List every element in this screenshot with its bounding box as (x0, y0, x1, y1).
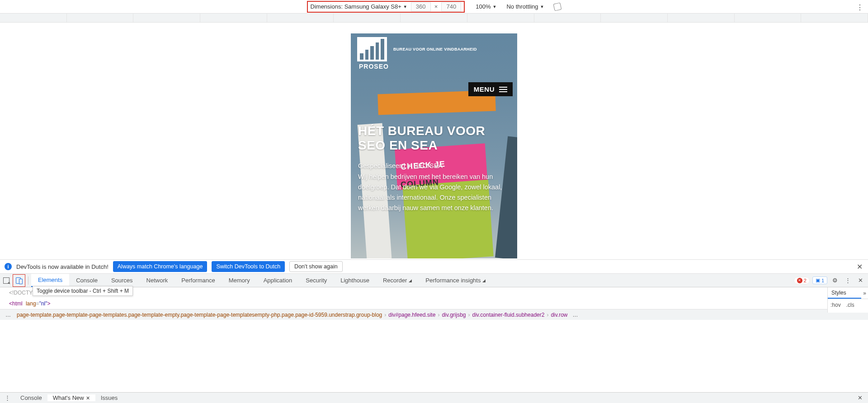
crumb-sub[interactable]: div.container-fluid.subheader2 (470, 312, 547, 318)
site-logo[interactable]: BUREAU VOOR ONLINE VINDBAARHEID (357, 37, 477, 61)
source-line-html[interactable]: <html lang="nl"> (0, 298, 868, 309)
dimensions-highlight: Dimensions: Samsung Galaxy S8+▼ × (307, 1, 465, 13)
close-devtools-icon[interactable]: ✕ (856, 277, 865, 284)
tab-perf-insights[interactable]: Performance insights◢ (419, 274, 492, 287)
logo-icon (357, 37, 387, 61)
device-toolbar: Dimensions: Samsung Galaxy S8+▼ × 100%▼ … (0, 0, 868, 14)
messages-badge[interactable]: ▣ 1 (812, 276, 827, 284)
dimension-separator: × (434, 3, 438, 10)
dimensions-dropdown[interactable]: Dimensions: Samsung Galaxy S8+▼ (311, 3, 407, 10)
tab-memory[interactable]: Memory (222, 274, 257, 287)
drawer-more-icon[interactable]: ⋮ (0, 394, 15, 401)
tab-sources[interactable]: Sources (104, 274, 140, 287)
drawer-tabbar: ⋮ Console What's New✕ Issues ✕ (0, 392, 868, 403)
rotate-icon[interactable] (553, 2, 562, 11)
settings-icon[interactable]: ⚙ (830, 277, 840, 284)
drawer-close-icon[interactable]: ✕ (858, 394, 863, 401)
crumb-grijs[interactable]: div.grijsbg (439, 312, 468, 318)
devtools-tabbar: Elements Console Sources Network Perform… (0, 274, 868, 287)
toggle-device-tooltip: Toggle device toolbar - Ctrl + Shift + M (33, 286, 133, 296)
hero-p3: nationaal als internationaal. Onze speci… (358, 192, 510, 213)
language-notice: i DevTools is now available in Dutch! Al… (0, 259, 868, 274)
site-brand: PROSEO (359, 63, 389, 70)
styles-tab[interactable]: Styles (828, 287, 861, 299)
dom-breadcrumb[interactable]: … page-template.page-template-page-templ… (0, 309, 868, 320)
ruler (0, 14, 868, 23)
toggle-device-button[interactable] (13, 274, 25, 287)
hero-p2: Wij helpen bedrijven met het bereiken va… (358, 172, 510, 192)
zoom-dropdown[interactable]: 100%▼ (476, 3, 496, 10)
styles-more-icon[interactable]: » (861, 290, 868, 296)
tab-performance[interactable]: Performance (175, 274, 222, 287)
notice-text: DevTools is now available in Dutch! (16, 263, 108, 270)
breadcrumb-overflow[interactable]: … (5, 312, 11, 318)
switch-dutch-button[interactable]: Switch DevTools to Dutch (212, 261, 285, 272)
tab-security[interactable]: Security (299, 274, 334, 287)
inspect-icon (3, 277, 9, 284)
device-toolbar-more-icon[interactable]: ⋮ (856, 3, 863, 12)
notice-close-icon[interactable]: ✕ (857, 262, 863, 271)
drawer-tab-whatsnew[interactable]: What's New✕ (47, 394, 95, 401)
tab-elements[interactable]: Elements (31, 274, 69, 287)
tab-console[interactable]: Console (69, 274, 104, 287)
experiment-icon: ◢ (482, 278, 486, 283)
device-frame: CHECK JE COLUMN BUREAU VOOR ONLINE VINDB… (351, 33, 517, 258)
crumb-row[interactable]: div.row (548, 312, 570, 318)
crumb-page[interactable]: div#page.hfeed.site (386, 312, 438, 318)
cls-toggle[interactable]: .cls (844, 302, 857, 308)
menu-button[interactable]: MENU (468, 82, 513, 96)
menu-label: MENU (474, 85, 495, 93)
device-icon (16, 277, 22, 284)
tab-recorder[interactable]: Recorder◢ (376, 274, 419, 287)
width-input[interactable] (411, 2, 431, 11)
info-icon: i (5, 263, 12, 270)
site-tagline: BUREAU VOOR ONLINE VINDBAARHEID (393, 47, 477, 52)
errors-badge[interactable]: ✕2 (794, 277, 810, 284)
throttling-dropdown[interactable]: No throttling▼ (506, 3, 544, 10)
inspect-element-button[interactable] (0, 274, 13, 287)
drawer-tab-issues[interactable]: Issues (95, 394, 123, 401)
styles-panel: Styles » :hov .cls (827, 287, 868, 313)
hero-text: HÉT BUREAU VOOR SEO EN SEA Gespecialisee… (358, 124, 510, 213)
drawer-tab-console[interactable]: Console (15, 394, 47, 401)
hov-toggle[interactable]: :hov (828, 302, 844, 308)
tab-lighthouse[interactable]: Lighthouse (334, 274, 376, 287)
hero-title: HÉT BUREAU VOOR SEO EN SEA (358, 124, 510, 153)
more-icon[interactable]: ⋮ (843, 277, 853, 284)
hamburger-icon (499, 87, 507, 92)
experiment-icon: ◢ (409, 278, 412, 283)
hero-p1: Gespecialiseerd in SEO/SEA (358, 161, 510, 171)
viewport: CHECK JE COLUMN BUREAU VOOR ONLINE VINDB… (0, 23, 868, 259)
tab-network[interactable]: Network (140, 274, 175, 287)
match-language-button[interactable]: Always match Chrome's language (113, 261, 208, 272)
crumb-body[interactable]: page-template.page-template-page-templat… (14, 312, 384, 318)
height-input[interactable] (441, 2, 461, 11)
dont-show-button[interactable]: Don't show again (289, 261, 343, 272)
tab-application[interactable]: Application (257, 274, 299, 287)
